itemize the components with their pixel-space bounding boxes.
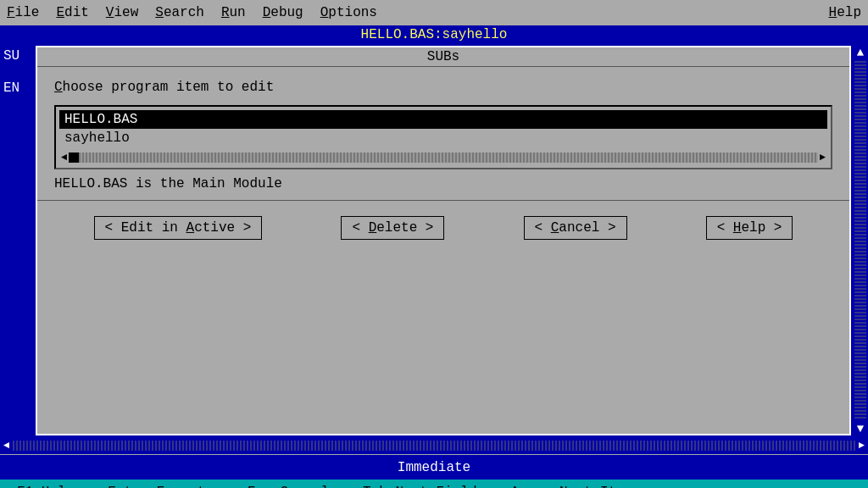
subs-dialog: SUBs Choose program item to edit HELLO.B… (36, 46, 851, 435)
scroll-track[interactable] (854, 61, 866, 420)
cancel-button[interactable]: < Cancel > (524, 216, 627, 240)
left-labels: SU EN (0, 44, 34, 437)
list-box[interactable]: HELLO.BAS sayhello ◄ ► (54, 105, 832, 169)
dialog-prompt: Choose program item to edit (54, 80, 832, 95)
menu-options[interactable]: Options (320, 5, 377, 20)
list-item-hello[interactable]: HELLO.BAS (59, 110, 827, 129)
status-enter-execute: Enter=Execute (108, 485, 214, 488)
delete-button[interactable]: < Delete > (341, 216, 444, 240)
scroll-up-arrow[interactable]: ▲ (857, 44, 864, 61)
title-bar: HELLO.BAS:sayhello (0, 25, 868, 44)
status-tab-next-field: Tab=Next Field (363, 485, 476, 488)
main-area: SU EN SUBs Choose program item to edit H… (0, 44, 868, 437)
module-info: HELLO.BAS is the Main Module (54, 176, 832, 191)
bottom-scroll-area: ◄ ► (0, 437, 868, 454)
buttons-row: < Edit in Active > < Delete > < Cancel >… (54, 209, 832, 247)
menu-file[interactable]: File (7, 5, 39, 20)
immediate-label: Immediate (398, 460, 470, 475)
status-esc-cancel: Esc=Cancel (248, 485, 329, 488)
status-arrow-next-item: Arrow=Next Item (510, 485, 632, 488)
immediate-bar: Immediate (0, 454, 868, 480)
hscroll-left-arrow[interactable]: ◄ (59, 152, 69, 164)
hscroll-thumb[interactable] (69, 152, 79, 163)
title-text: HELLO.BAS:sayhello (361, 27, 508, 42)
bottom-scroll-track[interactable] (13, 441, 855, 451)
side-label-en: EN (0, 80, 34, 96)
hscroll-track[interactable] (69, 152, 818, 163)
hscroll-right-arrow[interactable]: ► (818, 152, 827, 164)
dialog-content: Choose program item to edit HELLO.BAS sa… (37, 67, 849, 255)
right-scrollbar: ▲ ▼ (853, 44, 868, 437)
menu-run[interactable]: Run (221, 5, 246, 20)
side-label-su: SU (0, 48, 34, 64)
menu-help[interactable]: Help (829, 5, 861, 20)
edit-active-button[interactable]: < Edit in Active > (94, 216, 263, 240)
menu-edit[interactable]: Edit (56, 5, 88, 20)
help-button[interactable]: < Help > (706, 216, 793, 240)
dialog-separator (37, 200, 849, 201)
list-item-sayhello[interactable]: sayhello (59, 129, 827, 147)
bottom-scroll-right-arrow[interactable]: ► (855, 440, 868, 452)
subs-title: SUBs (37, 47, 849, 67)
menu-bar: File Edit View Search Run Debug Options … (0, 0, 868, 25)
status-f1-help: F1=Help (17, 485, 74, 488)
bottom-scroll-left-arrow[interactable]: ◄ (0, 440, 13, 452)
menu-debug[interactable]: Debug (263, 5, 303, 20)
scroll-down-arrow[interactable]: ▼ (857, 420, 864, 437)
menu-view[interactable]: View (106, 5, 138, 20)
menu-search[interactable]: Search (155, 5, 204, 20)
hscroll-area: ◄ ► (59, 151, 827, 164)
status-bar: F1=Help Enter=Execute Esc=Cancel Tab=Nex… (0, 480, 868, 488)
